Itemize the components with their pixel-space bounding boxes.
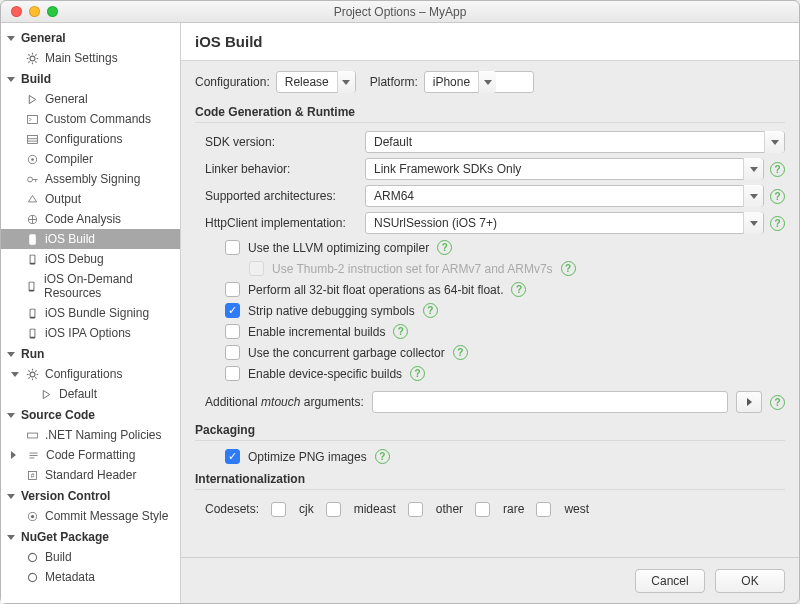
help-icon[interactable]: ? bbox=[770, 162, 785, 177]
titlebar: Project Options – MyApp bbox=[1, 1, 799, 23]
sidebar-category[interactable]: Run bbox=[1, 343, 180, 364]
cancel-button[interactable]: Cancel bbox=[635, 569, 705, 593]
codeset-cjk-checkbox[interactable] bbox=[271, 502, 286, 517]
main-panel: iOS Build Configuration: Release Platfor… bbox=[181, 23, 799, 603]
incremental-checkbox-row: Enable incremental builds ? bbox=[195, 324, 785, 339]
sidebar-item-code-analysis[interactable]: Code Analysis bbox=[1, 209, 180, 229]
sidebar-item-label: Custom Commands bbox=[45, 112, 151, 126]
sidebar-item-configurations[interactable]: Configurations bbox=[1, 129, 180, 149]
sidebar-category[interactable]: NuGet Package bbox=[1, 526, 180, 547]
triangle-right-icon bbox=[747, 398, 752, 406]
codeset-other-checkbox[interactable] bbox=[408, 502, 423, 517]
codeset-other: other bbox=[408, 502, 463, 517]
gear-icon bbox=[25, 51, 39, 65]
sidebar-item-metadata[interactable]: Metadata bbox=[1, 567, 180, 587]
sidebar-item-label: iOS Debug bbox=[45, 252, 104, 266]
dialog-footer: Cancel OK bbox=[181, 557, 799, 603]
sidebar-item-general[interactable]: General bbox=[1, 89, 180, 109]
mtouch-args-row: Additional mtouch arguments: ? bbox=[195, 391, 785, 413]
help-icon[interactable]: ? bbox=[410, 366, 425, 381]
gc-checkbox[interactable] bbox=[225, 345, 240, 360]
svg-point-0 bbox=[30, 56, 35, 61]
sidebar-item-assembly-signing[interactable]: Assembly Signing bbox=[1, 169, 180, 189]
codeset-cjk: cjk bbox=[271, 502, 314, 517]
disclosure-triangle-icon bbox=[11, 372, 19, 377]
codeset-west: west bbox=[536, 502, 589, 517]
help-icon[interactable]: ? bbox=[770, 216, 785, 231]
platform-select[interactable]: iPhone bbox=[424, 71, 534, 93]
codeset-rare-checkbox[interactable] bbox=[475, 502, 490, 517]
ring-icon bbox=[25, 550, 39, 564]
sidebar-item-ios-on-demand-resources[interactable]: iOS On-Demand Resources bbox=[1, 269, 180, 303]
help-icon[interactable]: ? bbox=[770, 189, 785, 204]
sidebar-item-build[interactable]: Build bbox=[1, 547, 180, 567]
sidebar-item-ios-bundle-signing[interactable]: iOS Bundle Signing bbox=[1, 303, 180, 323]
sdk-version-select[interactable]: Default bbox=[365, 131, 785, 153]
codeset-mideast: mideast bbox=[326, 502, 396, 517]
svg-line-39 bbox=[28, 377, 29, 378]
help-icon[interactable]: ? bbox=[393, 324, 408, 339]
sidebar-item-ios-ipa-options[interactable]: iOS IPA Options bbox=[1, 323, 180, 343]
sidebar-item-label: Assembly Signing bbox=[45, 172, 140, 186]
llvm-checkbox[interactable] bbox=[225, 240, 240, 255]
device-checkbox[interactable] bbox=[225, 366, 240, 381]
help-icon[interactable]: ? bbox=[770, 395, 785, 410]
chevron-down-icon bbox=[478, 71, 496, 93]
float-checkbox[interactable] bbox=[225, 282, 240, 297]
sidebar-item-compiler[interactable]: Compiler bbox=[1, 149, 180, 169]
sidebar-item-commit-message-style[interactable]: Commit Message Style bbox=[1, 506, 180, 526]
sidebar-item-default[interactable]: Default bbox=[1, 384, 180, 404]
mtouch-args-button[interactable] bbox=[736, 391, 762, 413]
help-icon[interactable]: ? bbox=[437, 240, 452, 255]
key-icon bbox=[25, 172, 39, 186]
help-icon[interactable]: ? bbox=[561, 261, 576, 276]
compiler-icon bbox=[25, 152, 39, 166]
header-icon: # bbox=[25, 468, 39, 482]
sidebar-item-output[interactable]: Output bbox=[1, 189, 180, 209]
help-icon[interactable]: ? bbox=[423, 303, 438, 318]
settings-scroll[interactable]: Configuration: Release Platform: iPhone … bbox=[181, 61, 799, 557]
project-options-window: Project Options – MyApp GeneralMain Sett… bbox=[0, 0, 800, 604]
svg-line-37 bbox=[28, 370, 29, 371]
disclosure-triangle-icon bbox=[7, 36, 15, 41]
svg-rect-29 bbox=[30, 309, 34, 316]
help-icon[interactable]: ? bbox=[453, 345, 468, 360]
sidebar-item-code-formatting[interactable]: Code Formatting bbox=[1, 445, 180, 465]
ok-button[interactable]: OK bbox=[715, 569, 785, 593]
chevron-down-icon bbox=[743, 158, 763, 180]
phone-icon bbox=[25, 279, 38, 293]
sidebar-category[interactable]: Version Control bbox=[1, 485, 180, 506]
supported-architectures-select[interactable]: ARM64 bbox=[365, 185, 764, 207]
help-icon[interactable]: ? bbox=[375, 449, 390, 464]
mtouch-args-input[interactable] bbox=[372, 391, 728, 413]
linker-behavior-select[interactable]: Link Framework SDKs Only bbox=[365, 158, 764, 180]
sidebar-item-ios-debug[interactable]: iOS Debug bbox=[1, 249, 180, 269]
png-checkbox[interactable] bbox=[225, 449, 240, 464]
sidebar-category[interactable]: Build bbox=[1, 68, 180, 89]
sidebar-item--net-naming-policies[interactable]: .NET Naming Policies bbox=[1, 425, 180, 445]
sidebar-item-main-settings[interactable]: Main Settings bbox=[1, 48, 180, 68]
sidebar-item-custom-commands[interactable]: Custom Commands bbox=[1, 109, 180, 129]
sidebar-category[interactable]: Source Code bbox=[1, 404, 180, 425]
codeset-mideast-checkbox[interactable] bbox=[326, 502, 341, 517]
sidebar-item-label: Default bbox=[59, 387, 97, 401]
disclosure-triangle-icon bbox=[7, 352, 15, 357]
codeset-west-checkbox[interactable] bbox=[536, 502, 551, 517]
strip-checkbox[interactable] bbox=[225, 303, 240, 318]
sidebar-item-label: iOS On-Demand Resources bbox=[44, 272, 174, 300]
sidebar-item-label: Output bbox=[45, 192, 81, 206]
configuration-select[interactable]: Release bbox=[276, 71, 356, 93]
sidebar-item-ios-build[interactable]: iOS Build bbox=[1, 229, 180, 249]
httpclient-select[interactable]: NSUrlSession (iOS 7+) bbox=[365, 212, 764, 234]
sidebar-item-configurations[interactable]: Configurations bbox=[1, 364, 180, 384]
gear-icon bbox=[25, 367, 39, 381]
sidebar-item-standard-header[interactable]: #Standard Header bbox=[1, 465, 180, 485]
disclosure-triangle-icon bbox=[7, 494, 15, 499]
sidebar-item-label: iOS Build bbox=[45, 232, 95, 246]
llvm-checkbox-row: Use the LLVM optimizing compiler ? bbox=[195, 240, 785, 255]
incremental-checkbox[interactable] bbox=[225, 324, 240, 339]
help-icon[interactable]: ? bbox=[511, 282, 526, 297]
sidebar: GeneralMain SettingsBuildGeneralCustom C… bbox=[1, 23, 181, 603]
format-icon bbox=[26, 448, 40, 462]
sidebar-category[interactable]: General bbox=[1, 27, 180, 48]
